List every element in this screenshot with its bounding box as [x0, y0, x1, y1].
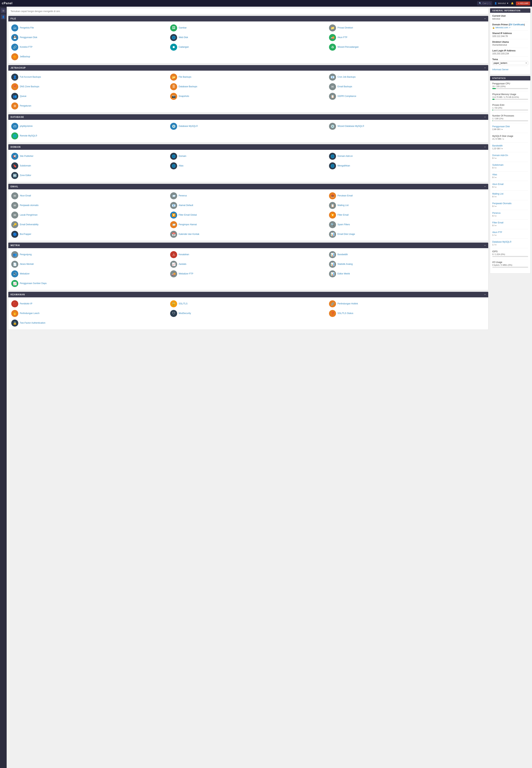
tema-select[interactable]: paper_lantern [492, 61, 528, 65]
domain-link[interactable]: teknotut.com [495, 26, 508, 29]
list-item[interactable]: 🌐 Remote MySQL® [11, 132, 168, 140]
list-item[interactable]: ✉ Email Backups [328, 82, 486, 91]
list-item[interactable]: 📧 Alamat Default [169, 201, 327, 210]
list-item[interactable]: 👥 Pengunjung [11, 251, 168, 259]
wizard-pencadangan-icon: ♻ [329, 44, 336, 51]
list-item[interactable]: 🌐 Domain [169, 152, 327, 160]
top-search-box[interactable]: 🔍 Cari ( / ) [477, 1, 492, 5]
stat-alias-label[interactable]: Alias [492, 173, 528, 176]
file-section-collapse[interactable]: − [484, 17, 486, 20]
domain-section-collapse[interactable]: − [484, 145, 486, 149]
stat-akun-email-label[interactable]: Akun Email [492, 183, 528, 185]
list-item[interactable]: 📊 Email Disk Usage [328, 230, 486, 239]
list-item[interactable]: 💿 Wizard Database MySQL® [328, 122, 486, 130]
list-item[interactable]: 💿 Database MySQL® [169, 122, 327, 130]
sidebar-grid-icon[interactable]: ⊞ [1, 8, 6, 13]
list-item[interactable]: 📁 Privasi Direktori [328, 24, 486, 32]
list-item[interactable]: 📊 Editor Metrik [328, 270, 486, 278]
list-item[interactable]: ✉ Penjawab otomatis [11, 201, 168, 210]
list-item[interactable]: 🛡 ModSecurity [169, 309, 327, 318]
stat-bandwidth-label[interactable]: Bandwidth [492, 144, 528, 147]
list-item[interactable]: 🗄 Database Backups [169, 82, 327, 91]
list-item[interactable]: 🚫 Pemblokir IP [11, 300, 168, 308]
list-item[interactable]: 📨 Penerus [169, 191, 327, 200]
list-item[interactable]: 🔗 Koneksi FTP [11, 43, 168, 51]
list-item[interactable]: 🔶 JetBackup [11, 52, 168, 61]
list-item[interactable]: 🗃 phpMyAdmin [11, 122, 168, 130]
keamanan-section: KEAMANAN − 🚫 Pemblokir IP 🔐 SSL/TLS [8, 292, 488, 330]
list-item[interactable]: 📧 Cron Job Backups [328, 73, 486, 81]
list-item[interactable]: 💾 Penggunaan Disk [11, 33, 168, 42]
jetbackup-section-body: 👤 Full Account Backups 📂 File Backups 📧 … [8, 71, 488, 112]
list-item[interactable]: 🖼 Gambar [169, 24, 327, 32]
stat-filter-email-label[interactable]: Filter Email [492, 221, 528, 224]
list-item[interactable]: 🔊 Webalizer [11, 270, 168, 278]
list-item[interactable]: ❓ SSL/TLS Status [328, 309, 486, 318]
stat-akun-ftp-label[interactable]: Akun FTP [492, 231, 528, 234]
keamanan-section-collapse[interactable]: − [484, 293, 486, 296]
list-item[interactable]: 📨 Pengimpor Alamat [169, 221, 327, 229]
list-item[interactable]: 👤 Full Account Backups [11, 73, 168, 81]
list-item[interactable]: 📊 Bandwidth [328, 251, 486, 259]
list-item[interactable]: 📤 Perutean Email [328, 191, 486, 200]
stat-mailing-list-label[interactable]: Mailing List [492, 193, 528, 195]
list-item[interactable]: 📢 Site Publisher [11, 152, 168, 160]
list-item[interactable]: ⚠ Kesalahan [169, 251, 327, 259]
list-item[interactable]: 📷 Snapshots [169, 92, 327, 101]
list-item[interactable]: 📅 Kalender dan Kontak [169, 230, 327, 239]
stat-penerus-label[interactable]: Penerus [492, 212, 528, 214]
stat-penjawab-otomatis-label[interactable]: Penjawab Otomatis [492, 202, 528, 205]
stat-subdomain-label[interactable]: Subdomain [492, 164, 528, 166]
user-button[interactable]: 👤 teknotut ▼ [494, 2, 509, 5]
list-item[interactable]: 🔵 BoxTrapper [11, 230, 168, 239]
list-item[interactable]: 🔒 Two-Factor Authentication [11, 319, 168, 327]
sidebar-user-icon[interactable]: 👤 [1, 14, 6, 19]
list-item[interactable]: 📄 Akses Mentah [11, 260, 168, 269]
stat-db-mysql-label[interactable]: Database MySQL® [492, 241, 528, 243]
list-item[interactable]: 📍 DNS Zone Backups [11, 82, 168, 91]
dv-cert-link[interactable]: DV Certificate [509, 23, 524, 26]
bell-button[interactable]: 🔔 [511, 2, 514, 5]
list-item[interactable]: 🌐 Domain Add-on [328, 152, 486, 160]
list-item[interactable]: 🖐 Perlindungan Leech [11, 309, 168, 318]
list-item[interactable]: 🔖 Subdomain [11, 161, 168, 170]
list-item[interactable]: 📋 Mailing List [328, 201, 486, 210]
list-item[interactable]: 📈 Penggunaan Sumber Daya [11, 279, 168, 288]
list-item[interactable]: 🌐 Web Disk [169, 33, 327, 42]
list-item[interactable]: 🔤 Zone Editor [11, 171, 168, 180]
database-section-collapse[interactable]: − [484, 115, 486, 119]
list-item[interactable]: 🔍 Spam Filters [328, 221, 486, 229]
list-item[interactable]: 📈 Awstats [169, 260, 327, 269]
list-item[interactable]: 🗂 Pengelola File [11, 24, 168, 32]
list-item[interactable]: 🔗 Perlindungan Hotlink [328, 300, 486, 308]
list-item[interactable]: ⚙ Pengaturan [11, 102, 168, 110]
list-item[interactable]: ⏺ Cadangan [169, 43, 327, 51]
server-info-link[interactable]: Informasi Server [492, 68, 528, 71]
list-item[interactable]: 🚚 Webalizer FTP [169, 270, 327, 278]
logout-button[interactable]: ↪ KELUAR [516, 1, 530, 5]
stat-akun-email-value: 0 / ∞ [492, 186, 528, 188]
list-item[interactable]: 📋 GDPR Compliance [328, 92, 486, 101]
list-item[interactable]: 🔽 Filter Email [328, 211, 486, 219]
list-item[interactable]: 🔐 SSL/TLS [169, 300, 327, 308]
list-item[interactable]: ✉ Lacak Pengiriman [11, 211, 168, 219]
list-item[interactable]: 🌐 Mengalihkan [328, 161, 486, 170]
list-item[interactable]: 📊 Statistik Analog [328, 260, 486, 269]
list-item[interactable]: 🔑 Email Deliverability [11, 221, 168, 229]
list-item[interactable]: 🔽 Filter Email Global [169, 211, 327, 219]
stat-disk-label[interactable]: Penggunaan Disk [492, 125, 528, 128]
jetbackup-section-collapse[interactable]: − [484, 66, 486, 69]
quick-search-input[interactable] [8, 8, 488, 14]
list-item[interactable]: 🌐 Alias [169, 161, 327, 170]
list-item[interactable]: 👥 Queue [11, 92, 168, 101]
jetbackup-section-header: JETBACKUP − [8, 65, 488, 71]
zone-editor-label: Zone Editor [20, 174, 31, 177]
list-item[interactable]: 🚚 Akun FTP [328, 33, 486, 42]
metrik-section-collapse[interactable]: − [484, 244, 486, 247]
list-item[interactable]: 📂 File Backups [169, 73, 327, 81]
site-publisher-icon: 📢 [11, 153, 18, 160]
stat-domain-addon-label[interactable]: Domain Add-On [492, 154, 528, 156]
email-section-collapse[interactable]: − [484, 185, 486, 188]
list-item[interactable]: ✉ Akun Email [11, 191, 168, 200]
list-item[interactable]: ♻ Wizard Pencadangan [328, 43, 486, 51]
